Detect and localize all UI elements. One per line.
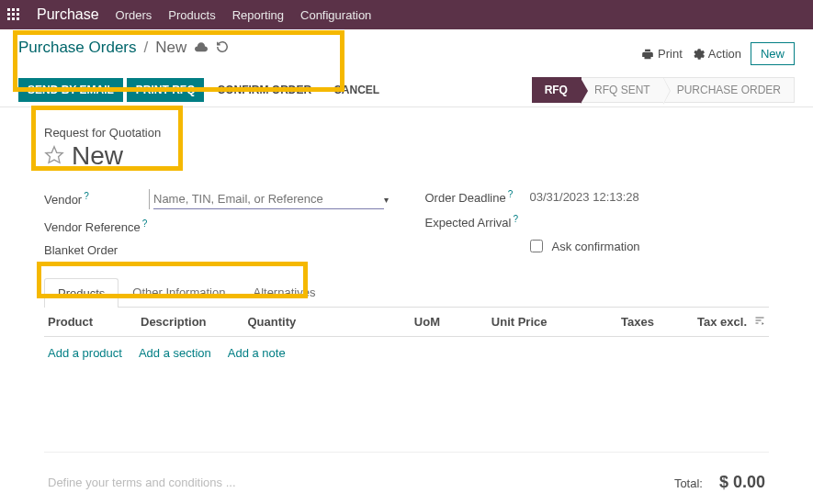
svg-rect-8 [17,17,19,20]
confirm-order-button[interactable]: CONFIRM ORDER [208,78,321,102]
add-section-link[interactable]: Add a section [139,346,211,360]
col-product: Product [44,315,137,329]
col-unit-price: Unit Price [444,315,551,329]
status-rfq-sent[interactable]: RFQ SENT [582,77,664,103]
status-bar: RFQ RFQ SENT PURCHASE ORDER [532,77,795,103]
tab-alternatives[interactable]: Alternatives [239,277,329,307]
terms-placeholder[interactable]: Define your terms and conditions ... [48,476,236,489]
svg-rect-3 [7,13,10,16]
col-taxes: Taxes [551,315,659,329]
new-button[interactable]: New [751,42,795,65]
cloud-save-icon[interactable] [194,40,209,56]
svg-rect-2 [17,8,19,11]
help-icon: ? [142,218,148,229]
blanket-order-label: Blanket Order [44,243,149,257]
expected-arrival-label: Expected Arrival? [425,214,530,230]
action-button[interactable]: Action [692,47,741,61]
svg-rect-7 [12,17,15,20]
nav-reporting[interactable]: Reporting [232,8,284,22]
status-purchase-order[interactable]: PURCHASE ORDER [664,77,795,103]
vendor-input[interactable] [153,189,384,209]
order-deadline-label: Order Deadline? [425,189,530,205]
total-value: $ 0.00 [719,473,765,492]
svg-rect-4 [12,13,15,16]
breadcrumb-parent[interactable]: Purchase Orders [18,39,137,57]
ask-confirmation-checkbox[interactable] [530,240,543,252]
col-description: Description [137,315,244,329]
print-rfq-button[interactable]: PRINT RFQ [127,78,205,102]
add-note-link[interactable]: Add a note [228,346,286,360]
nav-orders[interactable]: Orders [116,8,152,22]
ask-confirmation-label: Ask confirmation [552,240,640,253]
nav-products[interactable]: Products [168,8,215,22]
action-label: Action [708,47,741,61]
col-uom: UoM [351,315,444,329]
svg-rect-5 [17,13,19,16]
nav-configuration[interactable]: Configuration [300,8,371,22]
help-icon: ? [513,214,518,224]
help-icon: ? [508,189,514,199]
print-label: Print [658,47,683,61]
app-brand[interactable]: Purchase [37,6,99,23]
cancel-button[interactable]: CANCEL [324,78,389,102]
svg-rect-6 [7,17,10,20]
dropdown-caret-icon[interactable]: ▾ [384,195,389,205]
status-rfq[interactable]: RFQ [532,77,582,103]
form-title: Request for Quotation [44,126,769,140]
apps-icon[interactable] [7,8,20,21]
breadcrumb-current: New [155,39,186,57]
total-label: Total: [674,476,703,490]
favorite-star-icon[interactable] [44,145,64,168]
order-deadline-value[interactable]: 03/31/2023 12:13:28 [530,190,639,204]
breadcrumb-sep: / [144,39,149,57]
record-name: New [72,141,123,171]
vendor-label: Vendor? [44,191,149,207]
tab-products[interactable]: Products [44,278,119,308]
col-tax-excl: Tax excl. [658,315,751,329]
tab-other-information[interactable]: Other Information [119,277,239,307]
col-quantity: Quantity [244,315,352,329]
vendor-reference-label: Vendor Reference? [44,218,149,234]
table-header: Product Description Quantity UoM Unit Pr… [44,308,769,337]
discard-icon[interactable] [216,40,229,56]
add-product-link[interactable]: Add a product [48,346,122,360]
svg-marker-9 [46,146,62,162]
breadcrumb: Purchase Orders / New [18,39,229,57]
print-button[interactable]: Print [641,47,683,61]
svg-rect-0 [7,8,10,11]
svg-rect-1 [12,8,15,11]
column-options-icon[interactable] [751,315,769,329]
send-email-button[interactable]: SEND BY EMAIL [18,78,123,102]
help-icon: ? [84,191,89,201]
